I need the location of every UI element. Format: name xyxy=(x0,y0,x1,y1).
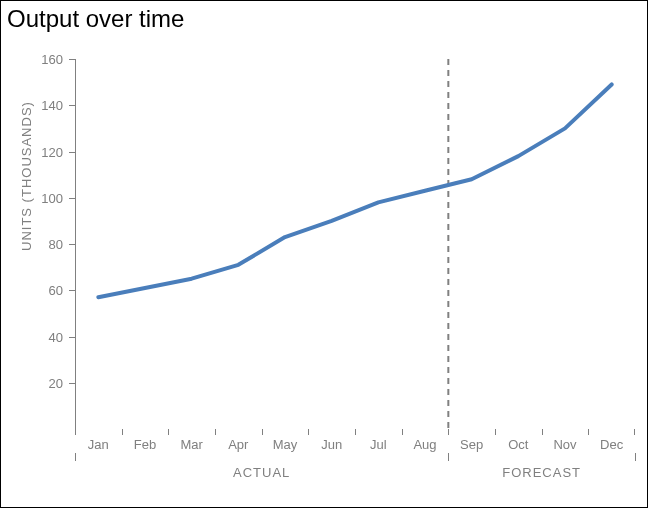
y-tick-label: 160 xyxy=(23,52,63,67)
chart-svg xyxy=(75,59,635,429)
x-tick-label: Jan xyxy=(75,437,122,452)
x-tick xyxy=(495,429,496,435)
y-tick-label: 80 xyxy=(23,237,63,252)
y-tick xyxy=(69,337,75,338)
x-tick-label: Oct xyxy=(495,437,542,452)
x-tick xyxy=(262,429,263,435)
x-tick-label: Dec xyxy=(588,437,635,452)
x-tick xyxy=(542,429,543,435)
x-tick-label: Sep xyxy=(448,437,495,452)
x-tick xyxy=(402,429,403,435)
y-tick-label: 100 xyxy=(23,190,63,205)
y-tick xyxy=(69,244,75,245)
y-tick xyxy=(69,383,75,384)
x-tick-label: Feb xyxy=(122,437,169,452)
x-tick xyxy=(308,429,309,435)
x-tick-label: Jun xyxy=(308,437,355,452)
x-tick xyxy=(75,429,76,435)
x-group-tick xyxy=(75,453,76,461)
x-tick xyxy=(634,429,635,435)
y-tick-label: 40 xyxy=(23,329,63,344)
y-tick-label: 120 xyxy=(23,144,63,159)
x-tick-label: Nov xyxy=(542,437,589,452)
x-tick-label: Apr xyxy=(215,437,262,452)
chart-title: Output over time xyxy=(7,5,184,33)
plot-area: 20406080100120140160 JanFebMarAprMayJunJ… xyxy=(75,59,635,429)
x-tick-label: Aug xyxy=(402,437,449,452)
y-axis-label: UNITS (THOUSANDS) xyxy=(19,101,34,251)
y-tick xyxy=(69,59,75,60)
x-group-label: FORECAST xyxy=(448,465,635,480)
x-tick-label: May xyxy=(262,437,309,452)
x-tick xyxy=(588,429,589,435)
chart-frame: Output over time UNITS (THOUSANDS) 20406… xyxy=(0,0,648,508)
x-tick xyxy=(122,429,123,435)
x-tick-label: Jul xyxy=(355,437,402,452)
x-group-tick xyxy=(448,453,449,461)
x-group-tick xyxy=(635,453,636,461)
data-line xyxy=(98,84,611,297)
x-tick xyxy=(355,429,356,435)
x-tick xyxy=(448,429,449,435)
y-tick-label: 60 xyxy=(23,283,63,298)
y-tick xyxy=(69,290,75,291)
y-tick-label: 20 xyxy=(23,375,63,390)
x-tick xyxy=(215,429,216,435)
x-tick-label: Mar xyxy=(168,437,215,452)
y-tick xyxy=(69,152,75,153)
y-tick xyxy=(69,198,75,199)
y-tick xyxy=(69,105,75,106)
y-tick-label: 140 xyxy=(23,98,63,113)
x-group-label: ACTUAL xyxy=(75,465,448,480)
x-tick xyxy=(168,429,169,435)
